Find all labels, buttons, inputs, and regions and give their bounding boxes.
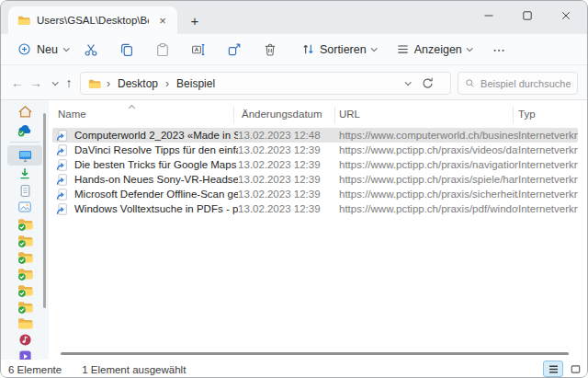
new-tab-button[interactable]: +	[185, 10, 205, 30]
sidebar-item-downloads[interactable]	[7, 166, 42, 182]
command-toolbar: Neu	[1, 34, 588, 65]
sort-button[interactable]: Sortieren	[294, 37, 383, 63]
internet-shortcut-icon	[56, 159, 68, 171]
sidebar-item-synced-folder[interactable]	[7, 265, 42, 281]
file-row[interactable]: Microsoft Defender Offline-Scan gegen R.…	[52, 187, 578, 201]
internet-shortcut-icon	[56, 130, 68, 142]
file-name: Hands-on Neues Sony-VR-Headset – un...	[74, 174, 238, 185]
breadcrumb-separator: ›	[107, 77, 110, 90]
address-bar: ← → ↑ › Desktop › Beispiel	[1, 65, 588, 100]
status-bar: 6 Elemente 1 Element ausgewählt	[1, 360, 588, 378]
file-row-selected[interactable]: Computerworld 2_2023 «Made in Switzerl..…	[52, 128, 578, 143]
file-type: Internetverknüpfu...	[518, 203, 578, 214]
column-header-url[interactable]: URL	[339, 109, 360, 120]
details-view-icon	[548, 363, 560, 375]
column-header-type[interactable]: Typ	[518, 109, 536, 120]
more-options-button[interactable]: ⋯	[486, 37, 514, 63]
column-header-date[interactable]: Änderungsdatum	[242, 109, 322, 120]
internet-shortcut-icon	[56, 203, 68, 215]
file-row[interactable]: Die besten Tricks für Google Maps Mobil.…	[52, 157, 578, 172]
sort-icon	[301, 42, 315, 56]
synced-folder-icon	[17, 216, 33, 232]
file-rows: Computerworld 2_2023 «Made in Switzerl..…	[52, 128, 578, 216]
search-input[interactable]	[481, 78, 571, 89]
chevron-down-icon	[51, 79, 58, 86]
selection-count: 1 Element ausgewählt	[82, 364, 186, 375]
column-divider[interactable]	[334, 107, 335, 123]
titlebar: Users\GSAL\Desktop\Beispiel × +	[1, 1, 588, 34]
cut-button[interactable]	[74, 37, 109, 63]
file-row[interactable]: Hands-on Neues Sony-VR-Headset – un... 1…	[52, 172, 578, 187]
tab-close-icon[interactable]: ×	[155, 13, 170, 28]
maximize-icon	[520, 8, 535, 23]
maximize-button[interactable]	[508, 1, 547, 30]
sidebar-item-home[interactable]	[7, 102, 42, 120]
sidebar-item-desktop[interactable]	[7, 145, 42, 166]
item-count: 6 Elemente	[8, 364, 62, 375]
search-icon	[465, 77, 475, 89]
desktop-icon	[17, 148, 33, 164]
view-button-label: Anzeigen	[414, 43, 462, 56]
minimize-icon	[481, 8, 496, 23]
new-button[interactable]: Neu	[12, 37, 74, 63]
search-box[interactable]	[458, 72, 578, 95]
copy-button[interactable]	[109, 37, 145, 63]
back-button[interactable]: ←	[8, 72, 27, 94]
file-row[interactable]: Windows Volltextsuche in PDFs - pctipp.c…	[52, 201, 578, 216]
sidebar-scrollbar[interactable]	[43, 113, 46, 308]
onedrive-icon	[17, 121, 33, 138]
forward-button[interactable]: →	[27, 72, 45, 94]
sidebar-item-music[interactable]	[7, 331, 42, 348]
file-url: https://www.pctipp.ch/praxis/videos/davi…	[339, 144, 518, 155]
column-divider[interactable]	[233, 107, 234, 123]
file-list-pane: Name Änderungsdatum URL Typ Computerworl…	[49, 100, 587, 358]
breadcrumb-beispiel[interactable]: Beispiel	[175, 77, 217, 90]
details-view-button[interactable]	[543, 361, 563, 377]
tab-beispiel[interactable]: Users\GSAL\Desktop\Beispiel ×	[8, 6, 177, 34]
horizontal-scrollbar[interactable]	[61, 352, 569, 355]
sidebar-item-folder[interactable]	[7, 315, 42, 331]
sidebar-item-onedrive[interactable]	[7, 120, 42, 139]
sidebar-item-synced-folder[interactable]	[7, 232, 42, 248]
file-date: 13.02.2023 12:39	[238, 144, 339, 155]
internet-shortcut-icon	[56, 174, 68, 186]
address-dropdown-icon[interactable]	[405, 79, 412, 86]
breadcrumb-desktop[interactable]: Desktop	[116, 77, 160, 90]
synced-folder-icon	[17, 249, 33, 265]
file-date: 13.02.2023 12:39	[238, 159, 339, 170]
file-row[interactable]: DaVinci Resolve Tipps für den einfachen …	[52, 143, 578, 157]
column-divider[interactable]	[513, 107, 514, 123]
paste-icon	[155, 42, 170, 57]
refresh-button[interactable]	[421, 76, 439, 93]
sidebar-item-synced-folder[interactable]	[7, 248, 42, 265]
paste-button[interactable]	[145, 37, 181, 63]
column-header-name[interactable]: Name	[58, 109, 86, 120]
breadcrumb-separator: ›	[165, 77, 169, 90]
file-type: Internetverknüpfu...	[518, 174, 578, 185]
file-url: https://www.pctipp.ch/praxis/pdf/windows…	[339, 203, 518, 214]
sidebar-item-synced-folder[interactable]	[7, 281, 42, 298]
close-button[interactable]	[547, 1, 585, 30]
music-icon	[18, 333, 32, 347]
view-button[interactable]: Anzeigen	[389, 37, 479, 63]
sidebar-item-documents[interactable]	[7, 182, 42, 199]
rename-icon	[191, 42, 206, 57]
minimize-button[interactable]	[469, 1, 508, 30]
column-headers: Name Änderungsdatum URL Typ	[52, 104, 578, 126]
rename-button[interactable]	[181, 37, 217, 63]
icons-view-button[interactable]	[565, 361, 585, 377]
sidebar-item-synced-folder[interactable]	[7, 215, 42, 232]
file-date: 13.02.2023 12:39	[238, 174, 339, 185]
explorer-window: Users\GSAL\Desktop\Beispiel × + Neu	[0, 0, 588, 378]
up-button[interactable]: ↑	[60, 72, 78, 94]
sidebar-item-pictures[interactable]	[7, 199, 42, 215]
window-controls	[469, 1, 585, 34]
cut-icon	[84, 42, 98, 57]
share-button[interactable]	[217, 37, 253, 63]
breadcrumb[interactable]: › Desktop › Beispiel	[80, 72, 451, 95]
folder-icon	[88, 77, 101, 90]
delete-button[interactable]	[253, 37, 288, 63]
sidebar-item-synced-folder[interactable]	[7, 298, 42, 315]
pictures-icon	[17, 200, 32, 214]
file-type: Internetverknüpfu...	[518, 189, 578, 200]
